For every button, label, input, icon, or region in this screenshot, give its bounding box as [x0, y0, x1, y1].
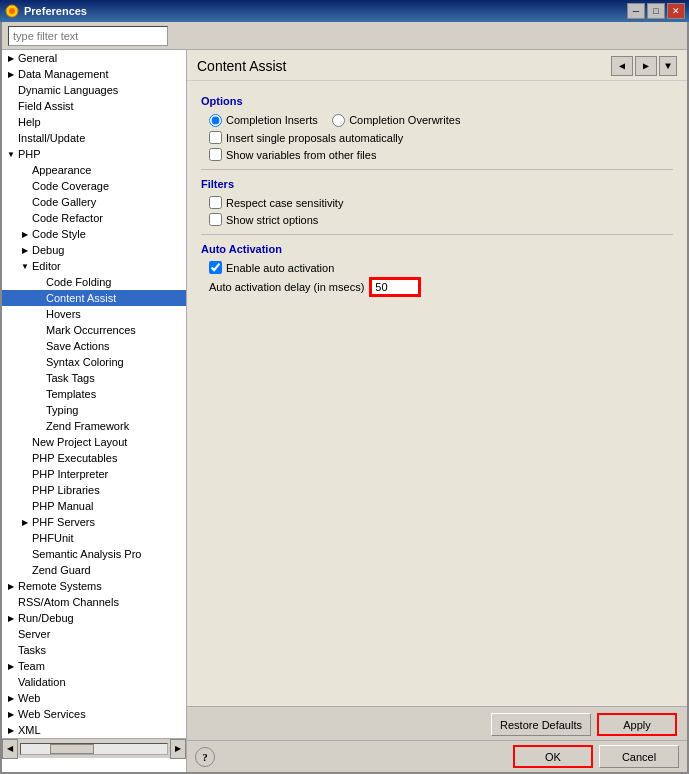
tree-item-php-manual[interactable]: PHP Manual: [2, 498, 186, 514]
tree-label: PHP: [18, 148, 41, 160]
tree-expand-icon: ▶: [4, 67, 18, 81]
tree-item-php-libraries[interactable]: PHP Libraries: [2, 482, 186, 498]
cancel-button[interactable]: Cancel: [599, 745, 679, 768]
scroll-track[interactable]: [20, 743, 168, 755]
apply-button[interactable]: Apply: [597, 713, 677, 736]
tree-label: RSS/Atom Channels: [18, 596, 119, 608]
respect-case-check[interactable]: [209, 196, 222, 209]
tree-item-php-interpreter[interactable]: PHP Interpreter: [2, 466, 186, 482]
scroll-left-arrow[interactable]: ◀: [2, 739, 18, 759]
show-variables-row: Show variables from other files: [201, 148, 673, 161]
tree-expand-icon: ▶: [4, 659, 18, 673]
bottom-row2: ? OK Cancel: [187, 740, 687, 772]
tree-item-tasks[interactable]: Tasks: [2, 642, 186, 658]
tree-expand-icon: ▶: [4, 707, 18, 721]
tree-item-general[interactable]: ▶General: [2, 50, 186, 66]
tree-item-debug[interactable]: ▶Debug: [2, 242, 186, 258]
tree-item-templates[interactable]: Templates: [2, 386, 186, 402]
tree-item-data-management[interactable]: ▶Data Management: [2, 66, 186, 82]
tree-item-zend-guard[interactable]: Zend Guard: [2, 562, 186, 578]
tree-expand-icon: [18, 163, 32, 177]
tree-item-validation[interactable]: Validation: [2, 674, 186, 690]
tree-expand-icon: ▶: [4, 691, 18, 705]
tree-item-code-style[interactable]: ▶Code Style: [2, 226, 186, 242]
tree-expand-icon: [32, 291, 46, 305]
close-button[interactable]: ✕: [667, 3, 685, 19]
tree-item-web-services[interactable]: ▶Web Services: [2, 706, 186, 722]
tree-item-team[interactable]: ▶Team: [2, 658, 186, 674]
tree-item-php[interactable]: ▼PHP: [2, 146, 186, 162]
nav-back-button[interactable]: ◀: [611, 56, 633, 76]
tree-expand-icon: [4, 627, 18, 641]
tree-item-task-tags[interactable]: Task Tags: [2, 370, 186, 386]
tree-label: Semantic Analysis Pro: [32, 548, 141, 560]
show-strict-check[interactable]: [209, 213, 222, 226]
show-variables-check[interactable]: [209, 148, 222, 161]
tree-item-code-gallery[interactable]: Code Gallery: [2, 194, 186, 210]
tree-item-save-actions[interactable]: Save Actions: [2, 338, 186, 354]
filters-section-label: Filters: [201, 178, 673, 190]
minimize-button[interactable]: ─: [627, 3, 645, 19]
tree-label: Code Refactor: [32, 212, 103, 224]
tree-expand-icon: [18, 435, 32, 449]
svg-point-1: [9, 8, 15, 14]
nav-forward-button[interactable]: ▶: [635, 56, 657, 76]
tree-label: Help: [18, 116, 41, 128]
tree-expand-icon: [32, 323, 46, 337]
tree-label: PHFUnit: [32, 532, 74, 544]
tree-item-appearance[interactable]: Appearance: [2, 162, 186, 178]
tree-item-web[interactable]: ▶Web: [2, 690, 186, 706]
tree-item-dynamic-languages[interactable]: Dynamic Languages: [2, 82, 186, 98]
tree-item-hovers[interactable]: Hovers: [2, 306, 186, 322]
help-button[interactable]: ?: [195, 747, 215, 767]
tree-item-content-assist[interactable]: Content Assist: [2, 290, 186, 306]
tree-expand-icon: [18, 547, 32, 561]
tree-item-typing[interactable]: Typing: [2, 402, 186, 418]
tree-label: Syntax Coloring: [46, 356, 124, 368]
tree-item-server[interactable]: Server: [2, 626, 186, 642]
insert-single-proposals-check[interactable]: [209, 131, 222, 144]
tree-item-field-assist[interactable]: Field Assist: [2, 98, 186, 114]
tree-label: Code Coverage: [32, 180, 109, 192]
tree-item-php-servers[interactable]: ▶PHF Servers: [2, 514, 186, 530]
tree-item-rss-atom[interactable]: RSS/Atom Channels: [2, 594, 186, 610]
tree-expand-icon: [32, 419, 46, 433]
tree-item-syntax-coloring[interactable]: Syntax Coloring: [2, 354, 186, 370]
scroll-right-arrow[interactable]: ▶: [170, 739, 186, 759]
tree-label: Mark Occurrences: [46, 324, 136, 336]
toolbar: [2, 22, 687, 50]
tree-item-zend-framework[interactable]: Zend Framework: [2, 418, 186, 434]
tree-expand-icon: [18, 179, 32, 193]
right-panel: Content Assist ◀ ▶ ▼ Options Completion …: [187, 50, 687, 772]
tree-item-run-debug[interactable]: ▶Run/Debug: [2, 610, 186, 626]
enable-auto-activation-check[interactable]: [209, 261, 222, 274]
tree-item-help[interactable]: Help: [2, 114, 186, 130]
tree-item-php-executables[interactable]: PHP Executables: [2, 450, 186, 466]
completion-overwrites-radio[interactable]: [332, 114, 345, 127]
nav-buttons: ◀ ▶ ▼: [611, 56, 677, 76]
ok-button[interactable]: OK: [513, 745, 593, 768]
tree-item-mark-occurrences[interactable]: Mark Occurrences: [2, 322, 186, 338]
tree-item-install-update[interactable]: Install/Update: [2, 130, 186, 146]
restore-defaults-button[interactable]: Restore Defaults: [491, 713, 591, 736]
tree-item-semantic-analysis[interactable]: Semantic Analysis Pro: [2, 546, 186, 562]
completion-inserts-radio[interactable]: [209, 114, 222, 127]
tree-expand-icon: [18, 483, 32, 497]
bottom-row1: Restore Defaults Apply: [187, 707, 687, 740]
tree-item-code-folding[interactable]: Code Folding: [2, 274, 186, 290]
tree-expand-icon: [32, 275, 46, 289]
delay-input[interactable]: [370, 278, 420, 296]
tree-item-code-coverage[interactable]: Code Coverage: [2, 178, 186, 194]
tree-item-new-project-layout[interactable]: New Project Layout: [2, 434, 186, 450]
separator-1: [201, 169, 673, 170]
tree-item-xml[interactable]: ▶XML: [2, 722, 186, 738]
tree-item-remote-systems[interactable]: ▶Remote Systems: [2, 578, 186, 594]
tree-item-editor[interactable]: ▼Editor: [2, 258, 186, 274]
tree-item-phpunit[interactable]: PHFUnit: [2, 530, 186, 546]
tree-item-code-refactor[interactable]: Code Refactor: [2, 210, 186, 226]
maximize-button[interactable]: □: [647, 3, 665, 19]
nav-dropdown-button[interactable]: ▼: [659, 56, 677, 76]
filter-input[interactable]: [8, 26, 168, 46]
tree-expand-icon: [32, 403, 46, 417]
scroll-thumb[interactable]: [50, 744, 94, 754]
